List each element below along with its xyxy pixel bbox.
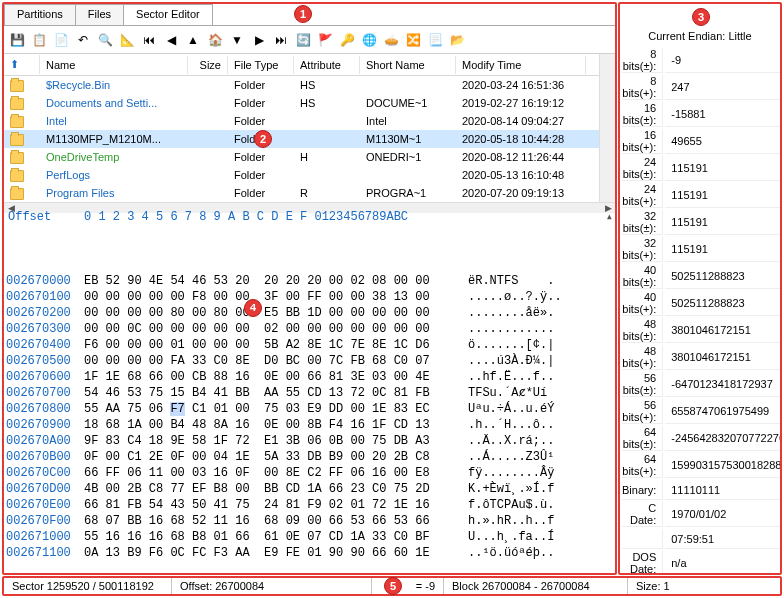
nav-back-icon[interactable]: ◀ bbox=[162, 31, 180, 49]
hex-row[interactable]: 002670F0068 07 BB 16 68 52 11 16 68 09 0… bbox=[4, 513, 615, 529]
hex-row[interactable]: 00267050000 00 00 00 FA 33 C0 8E D0 BC 0… bbox=[4, 353, 615, 369]
hex-bytes: 55 AA 75 06 F7 C1 01 00 75 03 E9 DD 00 1… bbox=[84, 401, 468, 417]
inspector-row: 8 bits(±):-9 bbox=[622, 48, 782, 73]
file-list-body[interactable]: 2 $Recycle.BinFolderHS2020-03-24 16:51:3… bbox=[4, 76, 599, 202]
inspector-row: Binary:11110111 bbox=[622, 480, 782, 500]
col-type[interactable]: File Type bbox=[228, 56, 294, 74]
doc-icon[interactable]: 📃 bbox=[426, 31, 444, 49]
inspector-row: 64 bits(±):-2456428320707722761 bbox=[622, 426, 782, 451]
flag-icon[interactable]: 🚩 bbox=[316, 31, 334, 49]
goto-icon[interactable]: 📐 bbox=[118, 31, 136, 49]
nav-home-icon[interactable]: 🏠 bbox=[206, 31, 224, 49]
col-attr[interactable]: Attribute bbox=[294, 56, 360, 74]
table-row[interactable]: PerfLogsFolder2020-05-13 16:10:48 bbox=[4, 166, 599, 184]
hex-ascii: Uªu.÷Á..u.éÝ bbox=[468, 401, 613, 417]
hex-addr: 002671000 bbox=[6, 529, 84, 545]
inspector-val: -2456428320707722761 bbox=[665, 426, 782, 451]
tab-files[interactable]: Files bbox=[75, 4, 124, 25]
hex-row[interactable]: 002670C0066 FF 06 11 00 03 16 0F 00 8E C… bbox=[4, 465, 615, 481]
hex-row[interactable]: 002670E0066 81 FB 54 43 50 41 75 24 81 F… bbox=[4, 497, 615, 513]
inspector-val: 247 bbox=[665, 75, 782, 100]
hex-body[interactable]: 4 002670000EB 52 90 4E 54 46 53 20 20 20… bbox=[4, 225, 615, 573]
hex-bytes: 9F 83 C4 18 9E 58 1F 72 E1 3B 06 0B 00 7… bbox=[84, 433, 468, 449]
status-offset: Offset: 26700084 bbox=[172, 578, 372, 594]
table-row[interactable]: M1130MFP_M1210M...FolderM1130M~12020-05-… bbox=[4, 130, 599, 148]
hex-addr: 002670700 bbox=[6, 385, 84, 401]
hex-row[interactable]: 00267030000 00 0C 00 00 00 00 00 02 00 0… bbox=[4, 321, 615, 337]
inspector-val: -15881 bbox=[665, 102, 782, 127]
up-arrow-icon[interactable]: ⬆ bbox=[4, 55, 40, 74]
table-row[interactable]: IntelFolderIntel2020-08-14 09:04:27 bbox=[4, 112, 599, 130]
hex-bytes: 54 46 53 75 15 B4 41 BB AA 55 CD 13 72 0… bbox=[84, 385, 468, 401]
copy-icon[interactable]: 📋 bbox=[30, 31, 48, 49]
nav-first-icon[interactable]: ⏮ bbox=[140, 31, 158, 49]
cell-short: ONEDRI~1 bbox=[360, 150, 456, 164]
hex-ascii: ..¹ö.üóªéþ.. bbox=[468, 545, 613, 561]
pie-icon[interactable]: 🥧 bbox=[382, 31, 400, 49]
cell-short bbox=[360, 174, 456, 176]
tab-partitions[interactable]: Partitions bbox=[4, 4, 76, 25]
table-row[interactable]: Documents and Setti...FolderHSDOCUME~120… bbox=[4, 94, 599, 112]
hex-row[interactable]: 0026711000A 13 B9 F6 0C FC F3 AA E9 FE 0… bbox=[4, 545, 615, 561]
nav-down-icon[interactable]: ▼ bbox=[228, 31, 246, 49]
search-icon[interactable]: 🔍 bbox=[96, 31, 114, 49]
hex-row[interactable]: 00267070054 46 53 75 15 B4 41 BB AA 55 C… bbox=[4, 385, 615, 401]
hex-row[interactable]: 00267100055 16 16 16 68 B8 01 66 61 0E 0… bbox=[4, 529, 615, 545]
table-row[interactable]: $Recycle.BinFolderHS2020-03-24 16:51:36 bbox=[4, 76, 599, 94]
cell-name: Documents and Setti... bbox=[40, 96, 188, 110]
inspector-val: n/a bbox=[665, 551, 782, 575]
file-vscroll[interactable] bbox=[599, 54, 615, 202]
hex-row[interactable]: 00267010000 00 00 00 00 F8 00 00 3F 00 F… bbox=[4, 289, 615, 305]
hex-bytes: 18 68 1A 00 B4 48 8A 16 0E 00 8B F4 16 1… bbox=[84, 417, 468, 433]
hex-addr: 002670C00 bbox=[6, 465, 84, 481]
cell-name: $Recycle.Bin bbox=[40, 78, 188, 92]
hex-row[interactable]: 002670000EB 52 90 4E 54 46 53 20 20 20 2… bbox=[4, 273, 615, 289]
inspector-key: 40 bits(+): bbox=[622, 291, 663, 316]
globe-icon[interactable]: 🌐 bbox=[360, 31, 378, 49]
tab-sector-editor[interactable]: Sector Editor bbox=[123, 4, 213, 25]
cell-size bbox=[188, 192, 228, 194]
hex-ascii: ............ bbox=[468, 321, 613, 337]
hex-header: Offset 0 1 2 3 4 5 6 7 8 9 A B C D E F 0… bbox=[4, 209, 615, 225]
marker-2: 2 bbox=[254, 130, 272, 148]
hex-bytes: 0F 00 C1 2E 0F 00 04 1E 5A 33 DB B9 00 2… bbox=[84, 449, 468, 465]
nav-fwd-icon[interactable]: ▶ bbox=[250, 31, 268, 49]
nav-last-icon[interactable]: ⏭ bbox=[272, 31, 290, 49]
refresh-icon[interactable]: 🔄 bbox=[294, 31, 312, 49]
marker-4: 4 bbox=[244, 299, 262, 317]
table-row[interactable]: OneDriveTempFolderHONEDRI~12020-08-12 11… bbox=[4, 148, 599, 166]
cell-time: 2020-05-13 16:10:48 bbox=[456, 168, 586, 182]
hex-row[interactable]: 002670A009F 83 C4 18 9E 58 1F 72 E1 3B 0… bbox=[4, 433, 615, 449]
undo-icon[interactable]: ↶ bbox=[74, 31, 92, 49]
paste-icon[interactable]: 📄 bbox=[52, 31, 70, 49]
hex-row[interactable]: 00267090018 68 1A 00 B4 48 8A 16 0E 00 8… bbox=[4, 417, 615, 433]
hex-row[interactable]: 002670B000F 00 C1 2E 0F 00 04 1E 5A 33 D… bbox=[4, 449, 615, 465]
hex-row[interactable]: 0026706001F 1E 68 66 00 CB 88 16 0E 00 6… bbox=[4, 369, 615, 385]
inspector-row: 32 bits(±):115191 bbox=[622, 210, 782, 235]
inspector-row: 07:59:51 bbox=[622, 529, 782, 549]
nav-up-icon[interactable]: ▲ bbox=[184, 31, 202, 49]
cell-short: Intel bbox=[360, 114, 456, 128]
hex-row[interactable]: 00267080055 AA 75 06 F7 C1 01 00 75 03 E… bbox=[4, 401, 615, 417]
save-icon[interactable]: 💾 bbox=[8, 31, 26, 49]
cell-attr: H bbox=[294, 150, 360, 164]
col-short[interactable]: Short Name bbox=[360, 56, 456, 74]
table-row[interactable]: Program FilesFolderRPROGRA~12020-07-20 0… bbox=[4, 184, 599, 202]
hex-ascii: ëR.NTFS . bbox=[468, 273, 613, 289]
cell-time: 2020-07-20 09:19:13 bbox=[456, 186, 586, 200]
hex-scroll-up-icon[interactable]: ▴ bbox=[606, 209, 613, 225]
hex-ascii: h.».hR..h..f bbox=[468, 513, 613, 529]
col-name[interactable]: Name bbox=[40, 56, 188, 74]
swap-icon[interactable]: 🔀 bbox=[404, 31, 422, 49]
hex-bytes: 55 16 16 16 68 B8 01 66 61 0E 07 CD 1A 3… bbox=[84, 529, 468, 545]
hex-addr: 002670400 bbox=[6, 337, 84, 353]
folder-open-icon[interactable]: 📂 bbox=[448, 31, 466, 49]
key-icon[interactable]: 🔑 bbox=[338, 31, 356, 49]
hex-row[interactable]: 002670400F6 00 00 00 01 00 00 00 5B A2 8… bbox=[4, 337, 615, 353]
inspector-row: 64 bits(+):15990315753001828855 bbox=[622, 453, 782, 478]
hex-row[interactable]: 00267020000 00 00 00 80 00 80 00 E5 BB 1… bbox=[4, 305, 615, 321]
col-time[interactable]: Modify Time bbox=[456, 56, 586, 74]
hex-bytes: 66 81 FB 54 43 50 41 75 24 81 F9 02 01 7… bbox=[84, 497, 468, 513]
hex-row[interactable]: 002670D004B 00 2B C8 77 EF B8 00 BB CD 1… bbox=[4, 481, 615, 497]
col-size[interactable]: Size bbox=[188, 56, 228, 74]
